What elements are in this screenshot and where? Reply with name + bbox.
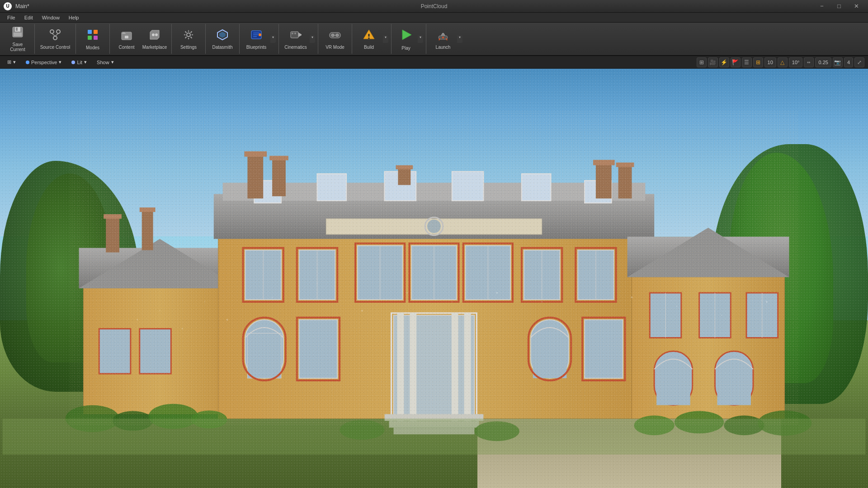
settings-button[interactable]: Settings xyxy=(175,25,203,53)
content-button[interactable]: Content xyxy=(113,25,141,53)
camera-speed-button[interactable]: 🎥 xyxy=(708,57,718,67)
title-bar-left: U Main* xyxy=(4,2,29,10)
svg-rect-122 xyxy=(717,365,751,405)
menu-help[interactable]: Help xyxy=(64,14,84,21)
source-control-button[interactable]: Source Control xyxy=(38,25,73,53)
svg-line-8 xyxy=(55,33,58,36)
menu-edit[interactable]: Edit xyxy=(20,14,38,21)
svg-rect-101 xyxy=(452,313,458,423)
svg-point-150 xyxy=(721,315,722,316)
grid-snap-value[interactable]: 10 xyxy=(764,57,776,67)
show-arrow: ▾ xyxy=(111,59,114,65)
svg-rect-11 xyxy=(88,36,92,40)
build-dropdown[interactable]: ▾ xyxy=(383,35,388,43)
viewport-options-button[interactable]: ⊞ ▾ xyxy=(4,57,19,67)
datasmith-icon xyxy=(216,28,229,43)
perspective-button[interactable]: Perspective ▾ xyxy=(22,57,65,67)
build-label: Build xyxy=(364,45,374,50)
rotation-snap-label: 10° xyxy=(792,60,800,65)
toolbar-group-source: Source Control xyxy=(38,24,76,54)
title-bar-right: − □ ✕ xyxy=(814,1,864,11)
ue-logo: U xyxy=(4,2,12,10)
save-current-button[interactable]: Save Current xyxy=(4,25,32,53)
svg-point-27 xyxy=(292,33,293,34)
svg-rect-92 xyxy=(247,333,281,378)
title-text: Main* xyxy=(15,3,29,9)
marketplace-button[interactable]: Marketplace xyxy=(141,25,169,53)
content-icon xyxy=(120,28,133,43)
lit-button[interactable]: Lit ▾ xyxy=(68,57,90,67)
toolbar-group-modes: Modes xyxy=(79,24,110,54)
vr-mode-button[interactable]: VR Mode xyxy=(321,25,349,53)
toolbar-group-datasmith: Datasmith xyxy=(208,24,240,54)
play-icon xyxy=(399,28,413,44)
toolbar-group-launch: Launch ▾ xyxy=(429,24,465,54)
svg-rect-14 xyxy=(125,36,128,38)
realtime-button[interactable]: ⚡ xyxy=(719,57,729,67)
title-bar: U Main* PointCloud − □ ✕ xyxy=(0,0,868,13)
cinematics-icon xyxy=(289,28,302,43)
datasmith-button[interactable]: Datasmith xyxy=(208,25,236,53)
viewport-options-arrow: ▾ xyxy=(13,59,16,65)
grid-icon: ⊞ xyxy=(753,57,763,67)
svg-rect-63 xyxy=(596,162,612,198)
svg-rect-10 xyxy=(94,30,98,34)
cinematics-dropdown[interactable]: ▾ xyxy=(310,35,315,43)
blueprints-dropdown[interactable]: ▾ xyxy=(270,35,276,43)
svg-point-148 xyxy=(631,296,632,298)
launch-dropdown[interactable]: ▾ xyxy=(457,35,462,43)
svg-rect-123 xyxy=(99,328,131,373)
viewport-bar: ⊞ ▾ Perspective ▾ Lit ▾ Show ▾ ⊞ 🎥 ⚡ 🚩 ☰… xyxy=(0,56,868,69)
source-control-label: Source Control xyxy=(40,45,71,50)
svg-rect-34 xyxy=(368,34,370,37)
menu-file[interactable]: File xyxy=(3,14,20,21)
show-flags-button[interactable]: 🚩 xyxy=(731,57,741,67)
menu-window[interactable]: Window xyxy=(38,14,64,21)
svg-rect-99 xyxy=(464,313,471,423)
perspective-arrow: ▾ xyxy=(59,59,61,65)
svg-point-6 xyxy=(53,36,57,40)
svg-rect-100 xyxy=(410,313,416,423)
play-button[interactable]: Play xyxy=(394,25,418,53)
menu-bar: File Edit Window Help xyxy=(0,13,868,23)
minimize-button[interactable]: − xyxy=(814,1,830,11)
build-button[interactable]: Build xyxy=(355,25,383,53)
svg-rect-57 xyxy=(247,154,263,198)
show-button[interactable]: Show ▾ xyxy=(93,57,118,67)
svg-rect-47 xyxy=(140,207,156,212)
lit-label: Lit xyxy=(77,60,82,65)
svg-rect-66 xyxy=(616,162,634,167)
toolbar-group-settings: Settings xyxy=(175,24,206,54)
content-label: Content xyxy=(118,45,134,50)
blueprints-button[interactable]: Blueprints xyxy=(242,25,270,53)
save-icon xyxy=(11,26,24,40)
svg-rect-124 xyxy=(140,328,171,373)
svg-point-147 xyxy=(586,310,587,311)
main-content xyxy=(0,69,868,488)
close-button[interactable]: ✕ xyxy=(848,1,864,11)
modes-button[interactable]: Modes xyxy=(79,25,107,53)
launch-button[interactable]: Launch xyxy=(429,25,457,53)
settings-label: Settings xyxy=(180,45,197,50)
svg-rect-65 xyxy=(618,164,632,198)
fullscreen-button[interactable]: ⤢ xyxy=(854,57,864,67)
viewport-scene[interactable] xyxy=(0,69,868,488)
svg-point-28 xyxy=(294,33,296,34)
viewport-maximize-button[interactable]: ⊞ xyxy=(697,57,707,67)
rotation-snap-value[interactable]: 10° xyxy=(789,57,803,67)
scale-snap-value[interactable]: 0.25 xyxy=(815,57,831,67)
play-dropdown[interactable]: ▾ xyxy=(418,35,423,43)
maximize-button[interactable]: □ xyxy=(831,1,847,11)
toolbar-group-play: Play ▾ xyxy=(394,24,426,54)
cinematics-label: Cinematics xyxy=(284,45,307,50)
project-name: PointCloud xyxy=(421,3,448,9)
svg-rect-44 xyxy=(106,216,119,253)
camera-speed-value[interactable]: 4 xyxy=(844,57,853,67)
view-modes-button[interactable]: ☰ xyxy=(742,57,752,67)
cinematics-button[interactable]: Cinematics xyxy=(282,25,310,53)
svg-point-24 xyxy=(259,33,261,36)
toolbar-group-save: Save Current xyxy=(4,24,35,54)
play-label: Play xyxy=(401,46,410,51)
marketplace-icon xyxy=(148,28,161,43)
blueprints-label: Blueprints xyxy=(246,45,266,50)
